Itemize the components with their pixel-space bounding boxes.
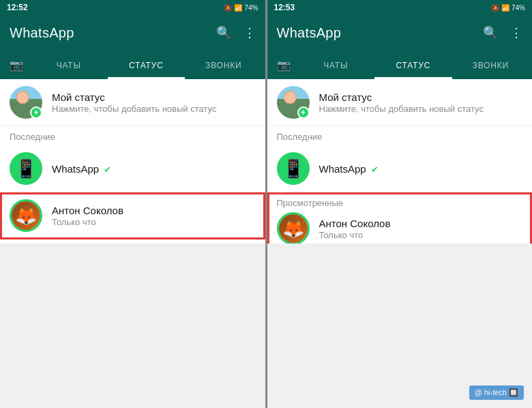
phone-screen-2: 12:53 🔕 📶 74% WhatsApp 🔍 ⋮ 📷 ЧАТЫ СТАТУС bbox=[267, 0, 533, 408]
whatsapp-status-item-2[interactable]: 📱 WhatsApp ✔ bbox=[267, 145, 533, 192]
anton-status-item-1[interactable]: 🦊 Антон Соколов Только что bbox=[0, 192, 265, 239]
my-status-row-2[interactable]: + Мой статус Нажмите, чтобы добавить нов… bbox=[267, 79, 533, 126]
status-bar-1: 12:52 🔕 📶 74% bbox=[0, 0, 265, 15]
my-avatar-container-1: + bbox=[10, 86, 42, 119]
battery-1: 74% bbox=[244, 4, 258, 12]
anton-avatar-1: 🦊 bbox=[10, 199, 42, 232]
time-1: 12:52 bbox=[7, 3, 28, 12]
my-avatar-container-2: + bbox=[277, 86, 310, 119]
menu-button-2[interactable]: ⋮ bbox=[510, 25, 522, 40]
wa-status-text-1: WhatsApp ✔ bbox=[52, 163, 111, 175]
time-2: 12:53 bbox=[274, 3, 295, 12]
section-viewed-2: Просмотренные bbox=[277, 198, 344, 212]
camera-tab-2[interactable]: 📷 bbox=[270, 59, 297, 72]
content-2: + Мой статус Нажмите, чтобы добавить нов… bbox=[267, 79, 533, 244]
tab-chats-1[interactable]: ЧАТЫ bbox=[30, 50, 108, 79]
whatsapp-status-item-1[interactable]: 📱 WhatsApp ✔ bbox=[0, 145, 265, 192]
viewed-section-container: Просмотренные 🦊 Антон Соколов Только что bbox=[267, 192, 533, 244]
my-status-name-2: Мой статус bbox=[319, 91, 484, 103]
tab-status-2[interactable]: СТАТУС bbox=[374, 50, 452, 79]
my-status-sub-2: Нажмите, чтобы добавить новый статус bbox=[319, 104, 484, 114]
tabs-bar-1: 📷 ЧАТЫ СТАТУС ЗВОНКИ bbox=[0, 50, 265, 79]
verified-icon-2: ✔ bbox=[371, 164, 379, 175]
tab-chats-2[interactable]: ЧАТЫ bbox=[297, 50, 375, 79]
content-1: + Мой статус Нажмите, чтобы добавить нов… bbox=[0, 79, 265, 244]
my-status-name-1: Мой статус bbox=[52, 91, 216, 103]
wa-name-1: WhatsApp ✔ bbox=[52, 163, 111, 175]
tabs-bar-2: 📷 ЧАТЫ СТАТУС ЗВОНКИ bbox=[267, 50, 533, 79]
my-status-text-1: Мой статус Нажмите, чтобы добавить новый… bbox=[52, 91, 216, 114]
app-bar-2: WhatsApp 🔍 ⋮ bbox=[267, 15, 533, 50]
anton-avatar-2: 🦊 bbox=[277, 212, 310, 244]
anton-name-1: Антон Соколов bbox=[52, 205, 123, 216]
search-button-2[interactable]: 🔍 bbox=[483, 25, 498, 40]
anton-avatar-img-2: 🦊 bbox=[279, 214, 308, 243]
status-icons-2: 🔕 📶 74% bbox=[491, 4, 525, 12]
app-bar-icons-2: 🔍 ⋮ bbox=[483, 25, 522, 40]
anton-text-2: Антон Соколов Только что bbox=[319, 218, 391, 240]
anton-name-2: Антон Соколов bbox=[319, 218, 391, 229]
section-recent-1: Последние bbox=[0, 126, 265, 145]
tab-calls-2[interactable]: ЗВОНКИ bbox=[452, 50, 530, 79]
app-title-2: WhatsApp bbox=[277, 25, 342, 41]
signal-icon: 📶 bbox=[234, 4, 242, 12]
anton-sub-1: Только что bbox=[52, 217, 123, 227]
my-status-row-1[interactable]: + Мой статус Нажмите, чтобы добавить нов… bbox=[0, 79, 265, 126]
wa-status-text-2: WhatsApp ✔ bbox=[319, 163, 379, 175]
wa-logo-icon-1: 📱 bbox=[15, 158, 37, 179]
wifi-icon-2: 🔕 bbox=[491, 4, 499, 12]
anton-text-1: Антон Соколов Только что bbox=[52, 205, 123, 227]
status-icons-1: 🔕 📶 74% bbox=[224, 4, 258, 12]
verified-icon-1: ✔ bbox=[104, 164, 111, 175]
my-status-sub-1: Нажмите, чтобы добавить новый статус bbox=[52, 104, 216, 114]
add-status-icon-1[interactable]: + bbox=[30, 106, 42, 119]
add-status-icon-2[interactable]: + bbox=[297, 106, 310, 119]
app-title-1: WhatsApp bbox=[10, 25, 74, 41]
signal-icon-2: 📶 bbox=[501, 4, 509, 12]
watermark: @ hi-tech 🔲 bbox=[469, 385, 524, 400]
phone-screen-1: 12:52 🔕 📶 74% WhatsApp 🔍 ⋮ 📷 ЧАТЫ СТАТУС bbox=[0, 0, 265, 408]
battery-2: 74% bbox=[512, 4, 525, 12]
anton-avatar-img-1: 🦊 bbox=[12, 201, 40, 230]
wa-avatar-1: 📱 bbox=[10, 152, 42, 185]
wifi-icon: 🔕 bbox=[224, 4, 232, 12]
tab-calls-1[interactable]: ЗВОНКИ bbox=[185, 50, 263, 79]
section-recent-2: Последние bbox=[267, 126, 533, 145]
search-button-1[interactable]: 🔍 bbox=[216, 25, 231, 40]
my-status-text-2: Мой статус Нажмите, чтобы добавить новый… bbox=[319, 91, 484, 114]
wa-name-2: WhatsApp ✔ bbox=[319, 163, 379, 175]
camera-tab-1[interactable]: 📷 bbox=[3, 59, 30, 72]
app-bar-1: WhatsApp 🔍 ⋮ bbox=[0, 15, 265, 50]
wa-logo-icon-2: 📱 bbox=[282, 158, 304, 179]
anton-status-item-2[interactable]: 🦊 Антон Соколов Только что bbox=[277, 212, 523, 244]
menu-button-1[interactable]: ⋮ bbox=[243, 25, 256, 40]
status-bar-2: 12:53 🔕 📶 74% bbox=[267, 0, 533, 15]
tab-status-1[interactable]: СТАТУС bbox=[108, 50, 186, 79]
app-bar-icons-1: 🔍 ⋮ bbox=[216, 25, 256, 40]
wa-avatar-2: 📱 bbox=[277, 152, 310, 185]
bottom-area-1 bbox=[0, 244, 265, 408]
anton-sub-2: Только что bbox=[319, 230, 391, 240]
bottom-area-2 bbox=[267, 244, 533, 408]
